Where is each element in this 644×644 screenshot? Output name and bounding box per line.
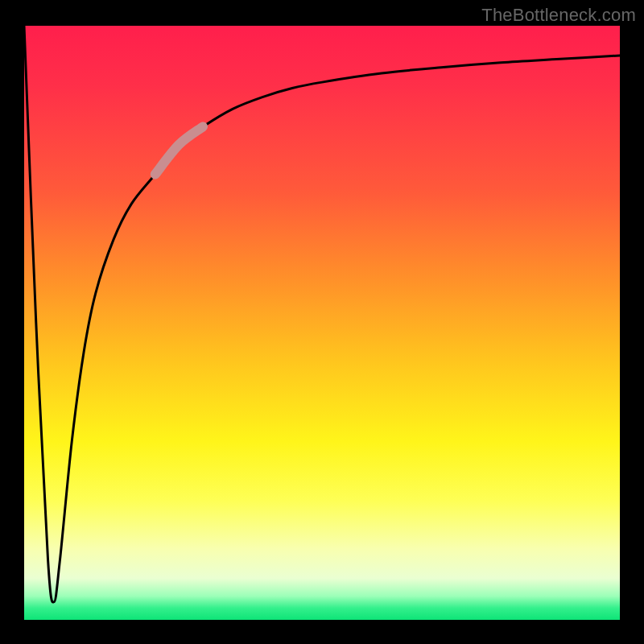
bottleneck-curve-highlight — [155, 126, 203, 174]
watermark-text: TheBottleneck.com — [481, 5, 636, 26]
chart-frame: TheBottleneck.com — [0, 0, 644, 644]
bottleneck-curve-svg — [24, 26, 620, 620]
plot-area — [24, 26, 620, 620]
bottleneck-curve-path — [24, 26, 620, 602]
